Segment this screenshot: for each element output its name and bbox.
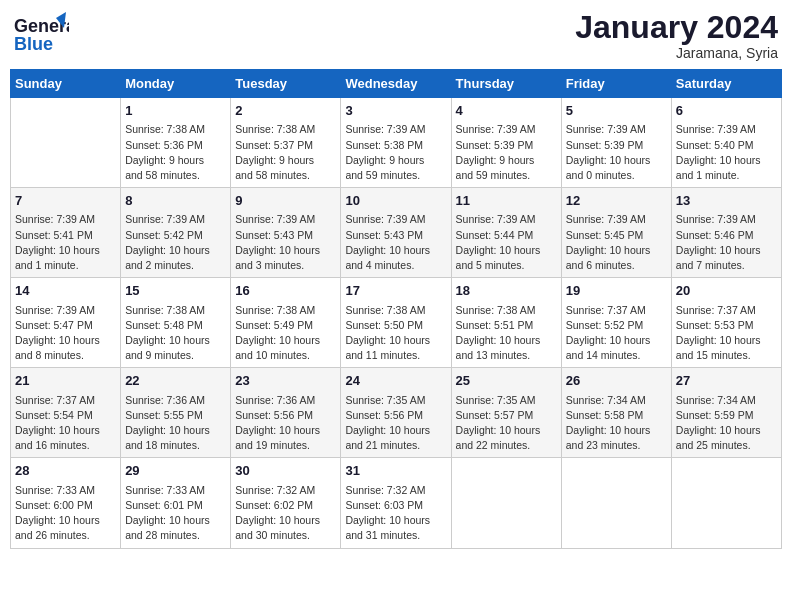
cell-info: Sunrise: 7:37 AM Sunset: 5:52 PM Dayligh… bbox=[566, 303, 667, 364]
calendar-cell: 22Sunrise: 7:36 AM Sunset: 5:55 PM Dayli… bbox=[121, 368, 231, 458]
cell-info: Sunrise: 7:38 AM Sunset: 5:37 PM Dayligh… bbox=[235, 122, 336, 183]
calendar-cell: 16Sunrise: 7:38 AM Sunset: 5:49 PM Dayli… bbox=[231, 278, 341, 368]
cell-info: Sunrise: 7:38 AM Sunset: 5:49 PM Dayligh… bbox=[235, 303, 336, 364]
day-number: 12 bbox=[566, 192, 667, 210]
weekday-header-friday: Friday bbox=[561, 70, 671, 98]
calendar-cell: 31Sunrise: 7:32 AM Sunset: 6:03 PM Dayli… bbox=[341, 458, 451, 548]
day-number: 24 bbox=[345, 372, 446, 390]
calendar-cell: 26Sunrise: 7:34 AM Sunset: 5:58 PM Dayli… bbox=[561, 368, 671, 458]
cell-info: Sunrise: 7:36 AM Sunset: 5:55 PM Dayligh… bbox=[125, 393, 226, 454]
cell-info: Sunrise: 7:39 AM Sunset: 5:39 PM Dayligh… bbox=[566, 122, 667, 183]
cell-info: Sunrise: 7:32 AM Sunset: 6:02 PM Dayligh… bbox=[235, 483, 336, 544]
day-number: 2 bbox=[235, 102, 336, 120]
cell-info: Sunrise: 7:38 AM Sunset: 5:51 PM Dayligh… bbox=[456, 303, 557, 364]
cell-info: Sunrise: 7:39 AM Sunset: 5:40 PM Dayligh… bbox=[676, 122, 777, 183]
cell-info: Sunrise: 7:37 AM Sunset: 5:54 PM Dayligh… bbox=[15, 393, 116, 454]
cell-info: Sunrise: 7:38 AM Sunset: 5:48 PM Dayligh… bbox=[125, 303, 226, 364]
cell-info: Sunrise: 7:36 AM Sunset: 5:56 PM Dayligh… bbox=[235, 393, 336, 454]
calendar-cell: 10Sunrise: 7:39 AM Sunset: 5:43 PM Dayli… bbox=[341, 188, 451, 278]
day-number: 23 bbox=[235, 372, 336, 390]
day-number: 27 bbox=[676, 372, 777, 390]
cell-info: Sunrise: 7:39 AM Sunset: 5:45 PM Dayligh… bbox=[566, 212, 667, 273]
calendar-cell: 3Sunrise: 7:39 AM Sunset: 5:38 PM Daylig… bbox=[341, 98, 451, 188]
day-number: 9 bbox=[235, 192, 336, 210]
calendar-cell: 6Sunrise: 7:39 AM Sunset: 5:40 PM Daylig… bbox=[671, 98, 781, 188]
calendar-cell: 19Sunrise: 7:37 AM Sunset: 5:52 PM Dayli… bbox=[561, 278, 671, 368]
day-number: 11 bbox=[456, 192, 557, 210]
day-number: 20 bbox=[676, 282, 777, 300]
cell-info: Sunrise: 7:33 AM Sunset: 6:00 PM Dayligh… bbox=[15, 483, 116, 544]
cell-info: Sunrise: 7:34 AM Sunset: 5:59 PM Dayligh… bbox=[676, 393, 777, 454]
cell-info: Sunrise: 7:39 AM Sunset: 5:42 PM Dayligh… bbox=[125, 212, 226, 273]
weekday-header-row: SundayMondayTuesdayWednesdayThursdayFrid… bbox=[11, 70, 782, 98]
calendar-cell: 20Sunrise: 7:37 AM Sunset: 5:53 PM Dayli… bbox=[671, 278, 781, 368]
calendar-cell: 9Sunrise: 7:39 AM Sunset: 5:43 PM Daylig… bbox=[231, 188, 341, 278]
cell-info: Sunrise: 7:39 AM Sunset: 5:47 PM Dayligh… bbox=[15, 303, 116, 364]
calendar-cell: 8Sunrise: 7:39 AM Sunset: 5:42 PM Daylig… bbox=[121, 188, 231, 278]
cell-info: Sunrise: 7:39 AM Sunset: 5:39 PM Dayligh… bbox=[456, 122, 557, 183]
day-number: 19 bbox=[566, 282, 667, 300]
day-number: 21 bbox=[15, 372, 116, 390]
day-number: 6 bbox=[676, 102, 777, 120]
weekday-header-saturday: Saturday bbox=[671, 70, 781, 98]
cell-info: Sunrise: 7:39 AM Sunset: 5:43 PM Dayligh… bbox=[345, 212, 446, 273]
calendar-cell: 5Sunrise: 7:39 AM Sunset: 5:39 PM Daylig… bbox=[561, 98, 671, 188]
day-number: 1 bbox=[125, 102, 226, 120]
day-number: 4 bbox=[456, 102, 557, 120]
page-header: General Blue January 2024 Jaramana, Syri… bbox=[10, 10, 782, 61]
day-number: 28 bbox=[15, 462, 116, 480]
day-number: 17 bbox=[345, 282, 446, 300]
day-number: 16 bbox=[235, 282, 336, 300]
calendar-cell: 18Sunrise: 7:38 AM Sunset: 5:51 PM Dayli… bbox=[451, 278, 561, 368]
cell-info: Sunrise: 7:32 AM Sunset: 6:03 PM Dayligh… bbox=[345, 483, 446, 544]
day-number: 3 bbox=[345, 102, 446, 120]
weekday-header-wednesday: Wednesday bbox=[341, 70, 451, 98]
calendar-cell bbox=[451, 458, 561, 548]
calendar-cell: 17Sunrise: 7:38 AM Sunset: 5:50 PM Dayli… bbox=[341, 278, 451, 368]
day-number: 8 bbox=[125, 192, 226, 210]
calendar-cell: 27Sunrise: 7:34 AM Sunset: 5:59 PM Dayli… bbox=[671, 368, 781, 458]
weekday-header-sunday: Sunday bbox=[11, 70, 121, 98]
day-number: 10 bbox=[345, 192, 446, 210]
cell-info: Sunrise: 7:39 AM Sunset: 5:44 PM Dayligh… bbox=[456, 212, 557, 273]
weekday-header-monday: Monday bbox=[121, 70, 231, 98]
calendar-week-row: 7Sunrise: 7:39 AM Sunset: 5:41 PM Daylig… bbox=[11, 188, 782, 278]
cell-info: Sunrise: 7:39 AM Sunset: 5:43 PM Dayligh… bbox=[235, 212, 336, 273]
logo: General Blue bbox=[14, 10, 69, 60]
calendar-cell: 30Sunrise: 7:32 AM Sunset: 6:02 PM Dayli… bbox=[231, 458, 341, 548]
day-number: 31 bbox=[345, 462, 446, 480]
title-block: January 2024 Jaramana, Syria bbox=[575, 10, 778, 61]
calendar-cell: 12Sunrise: 7:39 AM Sunset: 5:45 PM Dayli… bbox=[561, 188, 671, 278]
weekday-header-thursday: Thursday bbox=[451, 70, 561, 98]
cell-info: Sunrise: 7:34 AM Sunset: 5:58 PM Dayligh… bbox=[566, 393, 667, 454]
calendar-cell: 28Sunrise: 7:33 AM Sunset: 6:00 PM Dayli… bbox=[11, 458, 121, 548]
day-number: 30 bbox=[235, 462, 336, 480]
day-number: 7 bbox=[15, 192, 116, 210]
cell-info: Sunrise: 7:39 AM Sunset: 5:41 PM Dayligh… bbox=[15, 212, 116, 273]
calendar-cell: 29Sunrise: 7:33 AM Sunset: 6:01 PM Dayli… bbox=[121, 458, 231, 548]
calendar-week-row: 14Sunrise: 7:39 AM Sunset: 5:47 PM Dayli… bbox=[11, 278, 782, 368]
logo-icon: General Blue bbox=[14, 10, 69, 60]
cell-info: Sunrise: 7:35 AM Sunset: 5:57 PM Dayligh… bbox=[456, 393, 557, 454]
calendar-week-row: 1Sunrise: 7:38 AM Sunset: 5:36 PM Daylig… bbox=[11, 98, 782, 188]
calendar-cell: 25Sunrise: 7:35 AM Sunset: 5:57 PM Dayli… bbox=[451, 368, 561, 458]
weekday-header-tuesday: Tuesday bbox=[231, 70, 341, 98]
cell-info: Sunrise: 7:38 AM Sunset: 5:50 PM Dayligh… bbox=[345, 303, 446, 364]
calendar-cell bbox=[671, 458, 781, 548]
calendar-cell: 2Sunrise: 7:38 AM Sunset: 5:37 PM Daylig… bbox=[231, 98, 341, 188]
day-number: 13 bbox=[676, 192, 777, 210]
cell-info: Sunrise: 7:38 AM Sunset: 5:36 PM Dayligh… bbox=[125, 122, 226, 183]
calendar-week-row: 28Sunrise: 7:33 AM Sunset: 6:00 PM Dayli… bbox=[11, 458, 782, 548]
day-number: 14 bbox=[15, 282, 116, 300]
day-number: 15 bbox=[125, 282, 226, 300]
calendar-cell: 14Sunrise: 7:39 AM Sunset: 5:47 PM Dayli… bbox=[11, 278, 121, 368]
month-title: January 2024 bbox=[575, 10, 778, 45]
svg-text:Blue: Blue bbox=[14, 34, 53, 54]
calendar-cell: 7Sunrise: 7:39 AM Sunset: 5:41 PM Daylig… bbox=[11, 188, 121, 278]
cell-info: Sunrise: 7:35 AM Sunset: 5:56 PM Dayligh… bbox=[345, 393, 446, 454]
day-number: 26 bbox=[566, 372, 667, 390]
day-number: 25 bbox=[456, 372, 557, 390]
day-number: 29 bbox=[125, 462, 226, 480]
calendar-cell: 1Sunrise: 7:38 AM Sunset: 5:36 PM Daylig… bbox=[121, 98, 231, 188]
calendar-cell: 21Sunrise: 7:37 AM Sunset: 5:54 PM Dayli… bbox=[11, 368, 121, 458]
